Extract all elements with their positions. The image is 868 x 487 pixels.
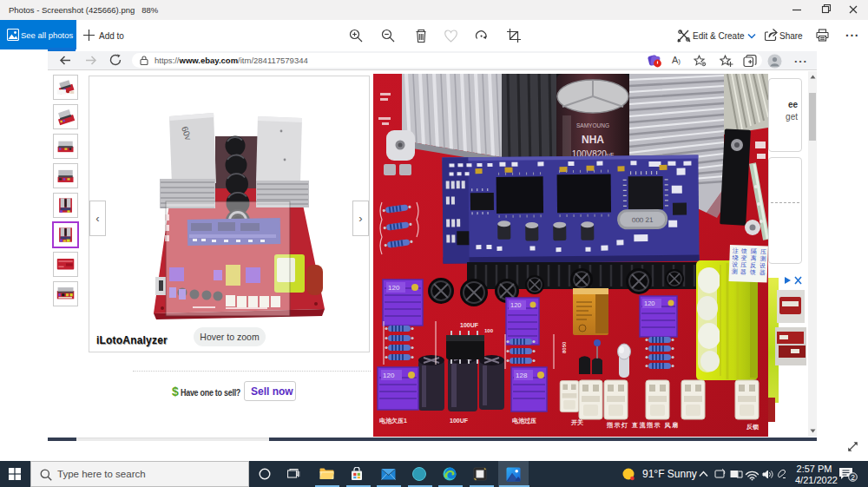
svg-text:120: 120 [510,301,522,309]
svg-text:100: 100 [484,328,494,333]
svg-text:隔: 隔 [751,248,757,255]
svg-text:测: 测 [732,268,738,275]
svg-text:反: 反 [750,262,756,268]
svg-text:压: 压 [760,248,766,254]
svg-text:100UF: 100UF [450,418,469,424]
svg-text:馈: 馈 [740,247,747,254]
svg-text:压: 压 [740,261,746,267]
svg-text:开关: 开关 [570,418,583,426]
svg-text:设: 设 [732,261,738,267]
svg-text:设: 设 [760,262,766,268]
svg-text:测: 测 [760,255,766,262]
svg-text:NHA: NHA [582,134,604,146]
svg-text:注: 注 [733,247,739,253]
svg-text:反锁: 反锁 [746,423,760,431]
svg-text:器: 器 [760,269,766,276]
svg-text:120: 120 [383,372,395,379]
svg-text:120: 120 [644,299,655,307]
svg-text:128: 128 [516,372,528,379]
svg-text:电池欠压1: 电池欠压1 [379,418,407,424]
svg-text:器: 器 [740,268,746,275]
svg-text:电池过压: 电池过压 [512,418,536,424]
svg-text:变: 变 [740,254,746,261]
svg-text:SAMYOUNG: SAMYOUNG [576,122,609,128]
svg-text:馈: 馈 [749,269,756,276]
svg-text:8050: 8050 [562,341,567,353]
svg-text:000 21: 000 21 [632,216,654,224]
svg-text:绕: 绕 [732,254,738,260]
svg-text:2: 2 [851,473,855,482]
svg-text:离: 离 [749,255,756,261]
svg-text:120: 120 [388,284,400,292]
svg-text:100UF: 100UF [460,322,479,328]
svg-text:指示灯 直流指示 风扇: 指示灯 直流指示 风扇 [606,421,679,429]
